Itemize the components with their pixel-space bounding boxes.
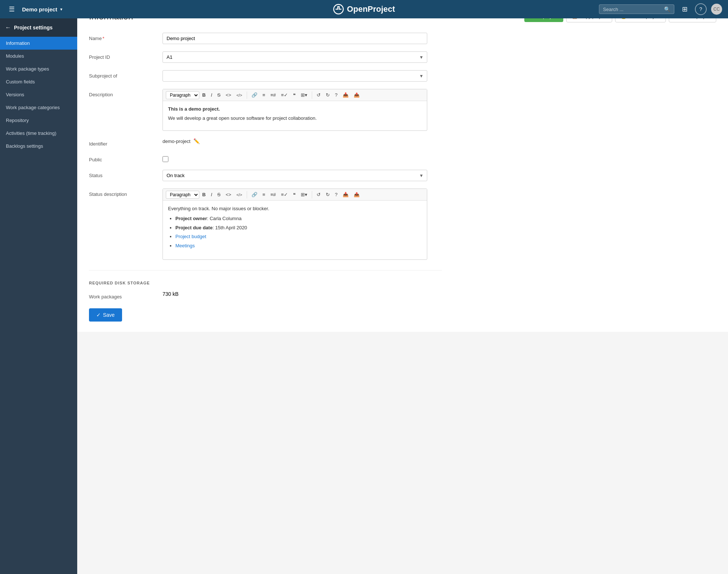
edit-identifier-icon[interactable]: ✏️ [193, 138, 200, 144]
status-desc-toolbar: Paragraph B I S <> </> 🔗 ≡ ≡# ≡✓ ❝ ⊞▾ [163, 189, 427, 201]
table-button[interactable]: ⊞▾ [299, 91, 310, 99]
sidebar-item-versions[interactable]: Versions [0, 88, 77, 101]
help-button[interactable]: ? [695, 3, 707, 15]
status-desc-list: Project owner: Carla Columna Project due… [175, 215, 422, 250]
status-italic-button[interactable]: I [208, 190, 214, 199]
status-code-button[interactable]: <> [224, 190, 233, 199]
status-link-button[interactable]: 🔗 [249, 190, 260, 199]
sidebar-item-activities[interactable]: Activities (time tracking) [0, 127, 77, 140]
project-title[interactable]: Demo project ▼ [22, 6, 63, 12]
help-toolbar-button[interactable]: ? [333, 91, 340, 99]
toolbar-sep-1 [247, 92, 247, 99]
description-row: Description Paragraph B I S <> </> 🔗 [89, 89, 442, 131]
name-label: Name* [89, 33, 163, 41]
status-strikethrough-button[interactable]: S [215, 190, 223, 199]
public-field [163, 154, 427, 162]
search-box[interactable]: 🔍 [599, 4, 674, 14]
public-label: Public [89, 154, 163, 162]
topnav-right: 🔍 ⊞ ? CC [599, 3, 722, 15]
status-paragraph-select[interactable]: Paragraph [166, 191, 199, 199]
status-table-button[interactable]: ⊞▾ [299, 190, 310, 199]
status-redo-button[interactable]: ↻ [324, 190, 332, 199]
status-description-label: Status description [89, 189, 163, 197]
work-packages-label: Work packages [89, 291, 163, 299]
status-checklist-button[interactable]: ≡✓ [279, 190, 290, 199]
status-ordered-button[interactable]: ≡# [268, 190, 278, 199]
project-id-select[interactable]: A1 [163, 51, 427, 63]
status-description-content[interactable]: Everything on track. No major issues or … [163, 201, 427, 259]
ordered-list-button[interactable]: ≡# [268, 91, 278, 99]
subproject-label: Subproject of [89, 70, 163, 79]
status-description-editor: Paragraph B I S <> </> 🔗 ≡ ≡# ≡✓ ❝ ⊞▾ [163, 189, 427, 260]
app-logo: OpenProject [333, 4, 395, 15]
avatar[interactable]: CC [711, 4, 722, 15]
link-button[interactable]: 🔗 [249, 91, 260, 99]
top-navigation: ☰ Demo project ▼ OpenProject 🔍 ⊞ ? CC [0, 0, 728, 18]
status-description-row: Status description Paragraph B I S <> </… [89, 189, 442, 260]
status-codeblock-button[interactable]: </> [234, 191, 245, 198]
search-input[interactable] [603, 7, 662, 12]
identifier-value: demo-project [163, 139, 190, 144]
sidebar-item-backlogs[interactable]: Backlogs settings [0, 140, 77, 153]
checklist-button[interactable]: ≡✓ [279, 91, 290, 99]
sidebar-header[interactable]: ← Project settings [0, 18, 77, 37]
checkmark-icon: ✓ [96, 312, 101, 318]
status-description-field: Paragraph B I S <> </> 🔗 ≡ ≡# ≡✓ ❝ ⊞▾ [163, 189, 427, 260]
public-row: Public [89, 154, 442, 162]
sidebar-item-work-package-types[interactable]: Work package types [0, 62, 77, 75]
meetings-link[interactable]: Meetings [175, 243, 195, 248]
code-button[interactable]: <> [224, 91, 233, 99]
sidebar-item-custom-fields[interactable]: Custom fields [0, 75, 77, 88]
sidebar-title: Project settings [14, 25, 53, 31]
identifier-label: Identifier [89, 138, 163, 147]
search-icon: 🔍 [664, 6, 670, 12]
name-input[interactable] [163, 33, 427, 44]
grid-menu-button[interactable]: ⊞ [679, 3, 690, 15]
status-import-button[interactable]: 📥 [340, 190, 351, 199]
import-button[interactable]: 📥 [340, 91, 351, 99]
sidebar: ← Project settings InformationModulesWor… [0, 18, 77, 332]
paragraph-select[interactable]: Paragraph [166, 91, 199, 99]
divider [89, 270, 442, 270]
status-undo-button[interactable]: ↺ [314, 190, 323, 199]
status-row: Status On track Off track At risk Finish… [89, 170, 442, 181]
codeblock-button[interactable]: </> [234, 92, 245, 99]
hamburger-menu[interactable]: ☰ [6, 3, 18, 15]
blockquote-button[interactable]: ❝ [291, 91, 298, 99]
description-content[interactable]: This is a demo project. We will develop … [163, 101, 427, 130]
sidebar-item-modules[interactable]: Modules [0, 50, 77, 62]
status-bold-button[interactable]: B [200, 190, 208, 199]
sidebar-item-information[interactable]: Information [0, 37, 77, 50]
strikethrough-button[interactable]: S [215, 91, 223, 99]
bold-button[interactable]: B [200, 91, 208, 99]
toolbar-sep-2 [312, 92, 312, 99]
subproject-select[interactable] [163, 70, 427, 82]
form-section: Name* Project ID A1 ▼ Subproject of [89, 33, 442, 322]
sidebar-item-repository[interactable]: Repository [0, 114, 77, 127]
back-arrow-icon: ← [5, 24, 11, 31]
status-select[interactable]: On track Off track At risk Finished Disc… [163, 170, 427, 181]
description-label: Description [89, 89, 163, 97]
export-button[interactable]: 📤 [351, 91, 362, 99]
name-row: Name* [89, 33, 442, 44]
redo-button[interactable]: ↻ [324, 91, 332, 99]
svg-point-0 [334, 4, 343, 14]
status-label: Status [89, 170, 163, 178]
status-blockquote-button[interactable]: ❝ [291, 190, 298, 199]
italic-button[interactable]: I [208, 91, 214, 99]
save-button[interactable]: ✓ Save [89, 308, 122, 322]
status-bullet-button[interactable]: ≡ [260, 190, 268, 199]
sidebar-item-work-package-categories[interactable]: Work package categories [0, 101, 77, 114]
public-checkbox[interactable] [163, 156, 168, 162]
status-export-button[interactable]: 📤 [351, 190, 362, 199]
logo-icon [333, 4, 344, 15]
undo-button[interactable]: ↺ [314, 91, 323, 99]
project-id-field: A1 ▼ [163, 51, 427, 63]
project-budget-link[interactable]: Project budget [175, 234, 206, 239]
description-toolbar: Paragraph B I S <> </> 🔗 ≡ ≡# ≡✓ ❝ ⊞▾ [163, 89, 427, 101]
identifier-row: Identifier demo-project ✏️ [89, 138, 442, 147]
status-help-button[interactable]: ? [333, 190, 340, 199]
status-toolbar-sep-2 [312, 191, 312, 198]
subproject-field: ▼ [163, 70, 427, 82]
bullet-list-button[interactable]: ≡ [260, 91, 268, 99]
